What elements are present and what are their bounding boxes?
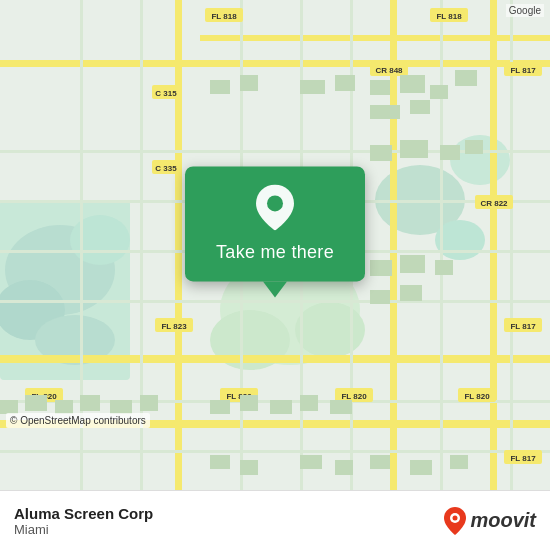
svg-rect-81	[270, 400, 292, 414]
svg-point-97	[267, 195, 283, 211]
svg-rect-65	[410, 100, 430, 114]
svg-rect-71	[400, 255, 425, 273]
svg-rect-77	[300, 80, 325, 94]
svg-rect-61	[400, 75, 425, 93]
svg-text:FL 820: FL 820	[464, 392, 490, 401]
moovit-logo[interactable]: moovit	[444, 507, 536, 535]
svg-rect-90	[210, 455, 230, 469]
popup-box: Take me there	[185, 166, 365, 281]
svg-text:C 315: C 315	[155, 89, 177, 98]
svg-rect-16	[490, 0, 497, 490]
svg-point-11	[295, 302, 365, 358]
location-icon-wrapper	[256, 184, 294, 234]
svg-rect-70	[370, 260, 392, 276]
svg-rect-96	[450, 455, 468, 469]
svg-rect-95	[410, 460, 432, 475]
svg-rect-62	[430, 85, 448, 99]
svg-rect-64	[370, 105, 400, 119]
svg-rect-93	[335, 460, 353, 475]
popup-caret	[263, 281, 287, 297]
svg-rect-74	[400, 285, 422, 301]
svg-rect-73	[370, 290, 390, 304]
location-pin-icon	[256, 184, 294, 230]
svg-rect-79	[210, 400, 230, 414]
svg-rect-63	[455, 70, 477, 86]
svg-rect-92	[300, 455, 322, 469]
svg-rect-30	[440, 0, 443, 490]
svg-rect-66	[370, 145, 392, 161]
osm-attribution: © OpenStreetMap contributors	[6, 413, 150, 428]
svg-text:FL 817: FL 817	[510, 454, 536, 463]
svg-text:FL 820: FL 820	[341, 392, 367, 401]
svg-text:FL 817: FL 817	[510, 66, 536, 75]
place-info: Aluma Screen Corp Miami	[14, 505, 153, 537]
svg-rect-18	[200, 35, 550, 41]
svg-rect-86	[55, 400, 73, 414]
svg-rect-89	[140, 395, 158, 411]
svg-rect-72	[435, 260, 453, 275]
svg-rect-85	[25, 395, 47, 411]
svg-rect-76	[240, 75, 258, 91]
bottom-bar: Aluma Screen Corp Miami moovit	[0, 490, 550, 550]
svg-point-4	[70, 215, 130, 265]
svg-rect-82	[300, 395, 318, 411]
svg-text:FL 818: FL 818	[211, 12, 237, 21]
svg-rect-68	[440, 145, 460, 160]
svg-text:C 335: C 335	[155, 164, 177, 173]
moovit-pin-icon	[444, 507, 466, 535]
svg-rect-67	[400, 140, 428, 158]
svg-rect-94	[370, 455, 390, 469]
svg-rect-87	[80, 395, 100, 411]
svg-text:FL 818: FL 818	[436, 12, 462, 21]
svg-rect-83	[330, 400, 352, 414]
map-container: FL 818 FL 818 CR 848 FL 817 CR 822 FL 82…	[0, 0, 550, 490]
map-popup: Take me there	[185, 166, 365, 297]
svg-rect-88	[110, 400, 132, 414]
place-city: Miami	[14, 522, 153, 537]
svg-rect-80	[240, 395, 258, 411]
svg-rect-69	[465, 140, 483, 154]
svg-rect-84	[0, 400, 18, 414]
google-attribution: Google	[506, 4, 544, 17]
svg-rect-60	[370, 80, 390, 95]
svg-point-99	[453, 515, 458, 520]
moovit-brand-text: moovit	[470, 509, 536, 532]
place-name: Aluma Screen Corp	[14, 505, 153, 522]
svg-rect-78	[335, 75, 355, 91]
svg-text:CR 822: CR 822	[480, 199, 508, 208]
svg-rect-91	[240, 460, 258, 475]
svg-text:FL 817: FL 817	[510, 322, 536, 331]
svg-text:FL 823: FL 823	[161, 322, 187, 331]
svg-rect-75	[210, 80, 230, 94]
svg-text:CR 848: CR 848	[375, 66, 403, 75]
svg-rect-14	[175, 0, 182, 490]
take-me-there-button[interactable]: Take me there	[216, 242, 334, 263]
